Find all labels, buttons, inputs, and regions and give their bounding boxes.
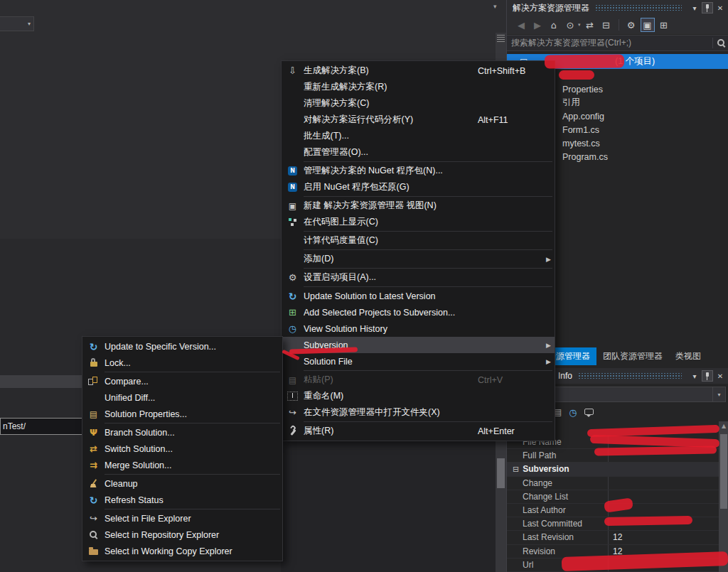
grid-row[interactable]: Change — [507, 477, 719, 490]
home-icon[interactable]: ⌂ — [547, 18, 561, 32]
menu-item[interactable]: Cleanup — [82, 475, 282, 492]
pin-shape — [704, 372, 711, 381]
menu-item[interactable]: Select in Repository Explorer — [82, 527, 282, 543]
menu-item[interactable]: 属性(R)Alt+Enter — [282, 423, 555, 439]
pin-icon[interactable] — [702, 2, 713, 14]
left-panel-header-strip — [0, 375, 82, 388]
comment-icon[interactable] — [584, 408, 594, 417]
menu-item-shortcut: Ctrl+Shift+B — [478, 66, 543, 76]
menu-separator — [304, 196, 552, 197]
menu-item-icon-gutter — [82, 443, 105, 454]
search-box[interactable]: 搜索解决方案资源管理器(Ctrl+;) — [507, 35, 728, 51]
menu-item[interactable]: 在文件资源管理器中打开文件夹(X) — [282, 404, 555, 421]
path-cell[interactable]: nTest/ — [0, 418, 84, 435]
search-icon[interactable] — [717, 38, 726, 48]
left-pane-dropdown-icon[interactable]: ▾ — [493, 3, 497, 10]
menu-item[interactable]: Select in Working Copy Explorer — [82, 543, 282, 559]
menu-item[interactable]: Refresh Status — [82, 492, 282, 508]
window-menu-icon[interactable]: ▾ — [689, 370, 700, 382]
menu-item-label: 粘贴(P) — [304, 374, 478, 386]
menu-item[interactable]: View Solution History — [282, 320, 555, 337]
pin-icon[interactable] — [702, 370, 713, 382]
search-placeholder: 搜索解决方案资源管理器(Ctrl+;) — [511, 37, 709, 49]
menu-item[interactable]: 在代码图上显示(C) — [282, 214, 555, 230]
grid-row[interactable]: ⊟Subversion — [507, 463, 719, 476]
splitter-grip-icon[interactable] — [497, 35, 505, 42]
menu-item-label: 清理解决方案(C) — [304, 97, 543, 109]
back-icon[interactable]: ◀ — [514, 18, 528, 32]
window-menu-icon[interactable]: ▾ — [689, 2, 700, 14]
menu-item-label: Update Solution to Latest Version — [304, 291, 543, 301]
show-all-files-icon[interactable]: ▣ — [641, 18, 655, 32]
close-icon[interactable]: ✕ — [714, 370, 726, 382]
select-repo-icon — [89, 530, 98, 539]
scrollbar-thumb[interactable] — [497, 458, 505, 488]
scrollbar-thumb[interactable] — [720, 434, 727, 509]
tab-团队资源管理器[interactable]: 团队资源管理器 — [596, 347, 669, 365]
menu-item[interactable]: 重命名(M) — [282, 388, 555, 404]
menu-item[interactable]: 计算代码度量值(C) — [282, 232, 555, 249]
menu-item-icon-gutter — [82, 547, 105, 555]
grid-row[interactable]: Last Revision12 — [507, 531, 719, 544]
menu-item-icon-gutter — [282, 375, 304, 385]
menu-item[interactable]: Branch Solution... — [82, 424, 282, 441]
menu-item[interactable]: Add Selected Projects to Subversion... — [282, 304, 555, 320]
menu-item-label: 设置启动项目(A)... — [304, 271, 543, 284]
toolbar-separator — [619, 19, 619, 31]
menu-item[interactable]: 添加(D)▶ — [282, 251, 555, 267]
sync-with-active-document-icon[interactable]: ⇄ — [583, 18, 597, 32]
code-view-icon[interactable]: ⊞ — [657, 18, 671, 32]
tree-item-label: 引用 — [562, 97, 580, 109]
menu-item[interactable]: Solution File▶ — [282, 353, 555, 369]
forward-icon[interactable]: ▶ — [530, 18, 545, 32]
build-icon — [289, 65, 296, 76]
menu-item-label: 计算代码度量值(C) — [304, 234, 543, 247]
chevron-down-icon[interactable]: ▾ — [578, 22, 581, 28]
menu-item[interactable]: 粘贴(P)Ctrl+V — [282, 372, 555, 388]
close-icon[interactable]: ✕ — [714, 2, 726, 14]
chevron-down-icon[interactable]: ▾ — [712, 387, 725, 401]
collapse-icon[interactable]: ⊟ — [513, 465, 519, 474]
menu-item-shortcut: Alt+F11 — [478, 115, 543, 125]
menu-item[interactable]: 重新生成解决方案(R) — [282, 79, 555, 95]
wrench-icon[interactable]: ⚙ — [624, 18, 638, 32]
menu-item-label: 在文件资源管理器中打开文件夹(X) — [304, 406, 543, 419]
menu-item[interactable]: Update to Specific Version... — [82, 338, 282, 355]
menu-item[interactable]: Update Solution to Latest Version — [282, 288, 555, 304]
menu-item-icon-gutter — [282, 183, 304, 192]
toolbar-combobox[interactable]: ▾ — [0, 16, 34, 31]
menu-separator — [304, 286, 552, 287]
menu-item[interactable]: 管理解决方案的 NuGet 程序包(N)... — [282, 163, 555, 179]
menu-item[interactable]: 设置启动项目(A)... — [282, 269, 555, 286]
menu-item[interactable]: 新建 解决方案资源管理器 视图(N) — [282, 198, 555, 214]
menu-item-label: Unified Diff... — [105, 393, 271, 403]
menu-item[interactable]: Solution Properties... — [82, 406, 282, 422]
grid-row-name: Change List — [507, 490, 609, 503]
menu-item-label: 配置管理器(O)... — [304, 146, 543, 158]
menu-item[interactable]: Merge Solution... — [82, 457, 282, 473]
wrench-icon — [288, 426, 297, 436]
grid-vertical-scrollbar[interactable]: ▲ — [719, 421, 728, 572]
tree-item-label: Properties — [562, 85, 603, 95]
menu-item[interactable]: Compare... — [82, 373, 282, 389]
menu-item[interactable]: Switch Solution... — [82, 441, 282, 457]
menu-item[interactable]: 生成解决方案(B)Ctrl+Shift+B — [282, 63, 555, 79]
menu-item[interactable]: 清理解决方案(C) — [282, 95, 555, 112]
menu-item[interactable]: 启用 NuGet 程序包还原(G) — [282, 179, 555, 195]
solution-explorer-title-bar[interactable]: 解决方案资源管理器 ▾✕ — [507, 0, 728, 16]
collapse-all-icon[interactable]: ⊟ — [599, 18, 614, 32]
menu-item-icon-gutter — [82, 530, 105, 539]
grid-row-value[interactable]: 12 — [609, 532, 719, 542]
menu-item[interactable]: 批生成(T)... — [282, 128, 555, 144]
properties-pages-icon[interactable]: ⊙ — [563, 18, 577, 32]
divider — [712, 38, 713, 48]
menu-item[interactable]: Lock... — [82, 355, 282, 371]
scroll-up-icon[interactable]: ▲ — [719, 423, 728, 429]
svn-update-icon — [289, 291, 297, 302]
menu-item[interactable]: 对解决方案运行代码分析(Y)Alt+F11 — [282, 112, 555, 128]
tab-类视图[interactable]: 类视图 — [669, 347, 707, 365]
menu-item[interactable]: 配置管理器(O)... — [282, 144, 555, 161]
menu-item[interactable]: Unified Diff... — [82, 389, 282, 406]
menu-item[interactable]: Select in File Explorer — [82, 510, 282, 527]
history-icon[interactable]: ◷ — [569, 407, 577, 418]
